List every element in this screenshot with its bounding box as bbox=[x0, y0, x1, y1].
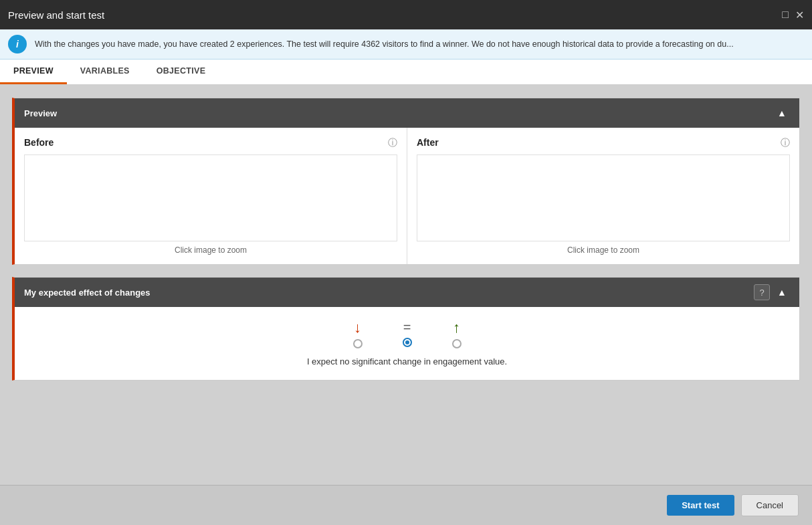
after-panel-header: After ⓘ bbox=[417, 137, 790, 149]
before-panel-header: Before ⓘ bbox=[24, 137, 397, 149]
info-banner: i With the changes you have made, you ha… bbox=[0, 29, 812, 60]
decrease-radio[interactable] bbox=[353, 339, 363, 348]
cancel-button[interactable]: Cancel bbox=[741, 494, 799, 516]
after-panel-title: After bbox=[417, 137, 439, 148]
effect-option-decrease[interactable]: ↓ bbox=[353, 320, 363, 348]
preview-section: Preview ▲ Before ⓘ Click image to zoom A… bbox=[12, 98, 800, 265]
before-panel-title: Before bbox=[24, 137, 54, 148]
effect-option-equal[interactable]: = bbox=[403, 320, 412, 348]
title-bar: Preview and start test □ ✕ bbox=[0, 0, 812, 29]
tab-preview[interactable]: PREVIEW bbox=[0, 60, 67, 84]
preview-section-title: Preview bbox=[24, 108, 57, 118]
effect-option-increase[interactable]: ↑ bbox=[452, 320, 462, 348]
after-panel: After ⓘ Click image to zoom bbox=[407, 128, 799, 264]
effect-help-icon[interactable]: ? bbox=[754, 284, 770, 300]
decrease-icon: ↓ bbox=[354, 320, 361, 335]
after-info-icon[interactable]: ⓘ bbox=[781, 137, 790, 149]
after-image-area[interactable] bbox=[417, 154, 790, 241]
before-caption: Click image to zoom bbox=[24, 245, 397, 255]
close-icon[interactable]: ✕ bbox=[795, 9, 804, 21]
tab-objective[interactable]: OBJECTIVE bbox=[143, 60, 219, 84]
start-test-button[interactable]: Start test bbox=[667, 495, 734, 516]
tab-bar: PREVIEW VARIABLES OBJECTIVE bbox=[0, 60, 812, 86]
preview-toggle-icon[interactable]: ▲ bbox=[774, 105, 790, 121]
dialog-title: Preview and start test bbox=[8, 9, 104, 21]
effect-toggle-icon[interactable]: ▲ bbox=[774, 284, 790, 300]
effect-section-controls: ? ▲ bbox=[754, 284, 790, 300]
increase-radio[interactable] bbox=[452, 339, 462, 348]
equal-icon: = bbox=[403, 320, 411, 334]
preview-section-header: Preview ▲ bbox=[15, 98, 799, 128]
preview-section-controls: ▲ bbox=[774, 105, 790, 121]
effect-description: I expect no significant change in engage… bbox=[28, 356, 786, 366]
equal-radio[interactable] bbox=[403, 338, 412, 347]
footer: Start test Cancel bbox=[0, 485, 812, 525]
increase-icon: ↑ bbox=[453, 320, 460, 335]
minimize-icon[interactable]: □ bbox=[782, 9, 789, 21]
preview-panels: Before ⓘ Click image to zoom After ⓘ Cli… bbox=[15, 128, 799, 264]
effect-section-header: My expected effect of changes ? ▲ bbox=[15, 278, 799, 307]
effect-section: My expected effect of changes ? ▲ ↓ = bbox=[12, 277, 800, 381]
info-banner-text: With the changes you have made, you have… bbox=[35, 39, 734, 49]
info-icon: i bbox=[8, 35, 27, 54]
title-bar-controls: □ ✕ bbox=[782, 9, 804, 21]
before-image-area[interactable] bbox=[24, 154, 397, 241]
effect-content: ↓ = ↑ I expect no significant change in … bbox=[15, 307, 799, 380]
tab-variables[interactable]: VARIABLES bbox=[67, 60, 143, 84]
effect-options: ↓ = ↑ bbox=[28, 320, 786, 348]
before-panel: Before ⓘ Click image to zoom bbox=[15, 128, 407, 264]
after-caption: Click image to zoom bbox=[417, 245, 790, 255]
effect-section-title: My expected effect of changes bbox=[24, 288, 150, 298]
main-content: Preview ▲ Before ⓘ Click image to zoom A… bbox=[0, 86, 812, 485]
before-info-icon[interactable]: ⓘ bbox=[388, 137, 397, 149]
